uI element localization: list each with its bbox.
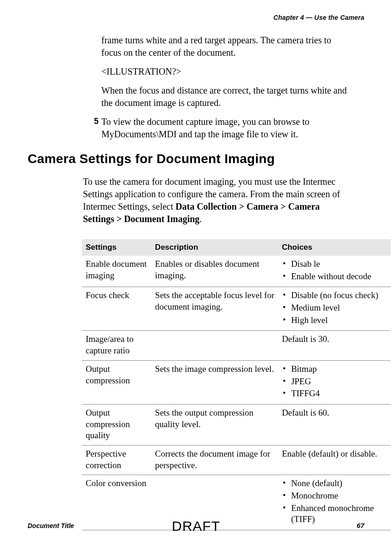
illustration-placeholder: <ILLUSTRATION?> bbox=[101, 65, 351, 78]
cell-description: Sets the image compression level. bbox=[152, 360, 278, 404]
col-choices: Choices bbox=[278, 239, 391, 256]
cell-description: Sets the acceptable focus level for docu… bbox=[152, 287, 278, 331]
step-5: 5 To view the document capture image, yo… bbox=[91, 116, 351, 141]
paragraph-focus-capture: When the focus and distance are correct,… bbox=[101, 84, 351, 109]
list-item: None (default) bbox=[282, 478, 387, 489]
table-row: Enable document imagingEnables or disabl… bbox=[82, 256, 391, 287]
list-item: High level bbox=[282, 315, 387, 326]
section-intro: To use the camera for document imaging, … bbox=[83, 176, 351, 225]
section-heading: Camera Settings for Document Imaging bbox=[28, 152, 364, 166]
paragraph-continuation: frame turns white and a red target appea… bbox=[101, 34, 351, 59]
col-settings: Settings bbox=[82, 239, 152, 256]
cell-choices: Disable (no focus check)Medium levelHigh… bbox=[278, 287, 391, 331]
col-description: Description bbox=[152, 239, 278, 256]
cell-description: Sets the output compression quality leve… bbox=[152, 404, 278, 445]
cell-setting: Enable document imaging bbox=[82, 256, 152, 287]
cell-choices: BitmapJPEGTIFFG4 bbox=[278, 360, 391, 404]
cell-choices: Disab leEnable without decode bbox=[278, 256, 391, 287]
choices-list: Disable (no focus check)Medium levelHigh… bbox=[282, 290, 387, 326]
list-item: Medium level bbox=[282, 302, 387, 314]
cell-setting: Image/area to capture ratio bbox=[82, 331, 152, 360]
step-number: 5 bbox=[91, 116, 101, 127]
cell-setting: Focus check bbox=[82, 287, 152, 331]
list-item: Monochrome bbox=[282, 490, 387, 502]
intro-suffix: . bbox=[199, 214, 202, 224]
cell-setting: Output compression quality bbox=[82, 404, 152, 445]
cell-description: Corrects the document image for perspect… bbox=[152, 445, 278, 475]
cell-choices: Default is 60. bbox=[278, 404, 391, 445]
settings-table: Settings Description Choices Enable docu… bbox=[82, 239, 391, 530]
list-item: Enable without decode bbox=[282, 271, 387, 282]
table-row: Perspective correctionCorrects the docum… bbox=[82, 445, 391, 475]
table-row: Image/area to capture ratioDefault is 30… bbox=[82, 331, 391, 360]
cell-setting: Perspective correction bbox=[82, 445, 152, 475]
draft-stamp: DRAFT bbox=[0, 518, 392, 534]
list-item: Bitmap bbox=[282, 364, 387, 375]
table-row: Output compression qualitySets the outpu… bbox=[82, 404, 391, 445]
choices-list: Disab leEnable without decode bbox=[282, 258, 387, 282]
table-header-row: Settings Description Choices bbox=[82, 239, 391, 256]
chapter-header: Chapter 4 — Use the Camera bbox=[28, 14, 364, 21]
choices-list: BitmapJPEGTIFFG4 bbox=[282, 364, 387, 399]
cell-setting: Output compression bbox=[82, 360, 152, 404]
list-item: TIFFG4 bbox=[282, 388, 387, 399]
cell-choices: Default is 30. bbox=[278, 331, 391, 360]
cell-choices: Enable (default) or disable. bbox=[278, 445, 391, 475]
table-row: Output compressionSets the image compres… bbox=[82, 360, 391, 404]
list-item: JPEG bbox=[282, 376, 387, 387]
step-text: To view the document capture image, you … bbox=[101, 116, 351, 141]
cell-description: Enables or disables document imaging. bbox=[152, 256, 278, 287]
table-body: Enable document imagingEnables or disabl… bbox=[82, 256, 391, 530]
table-row: Focus checkSets the acceptable focus lev… bbox=[82, 287, 391, 331]
cell-description bbox=[152, 331, 278, 360]
list-item: Disab le bbox=[282, 258, 387, 270]
list-item: Disable (no focus check) bbox=[282, 290, 387, 301]
